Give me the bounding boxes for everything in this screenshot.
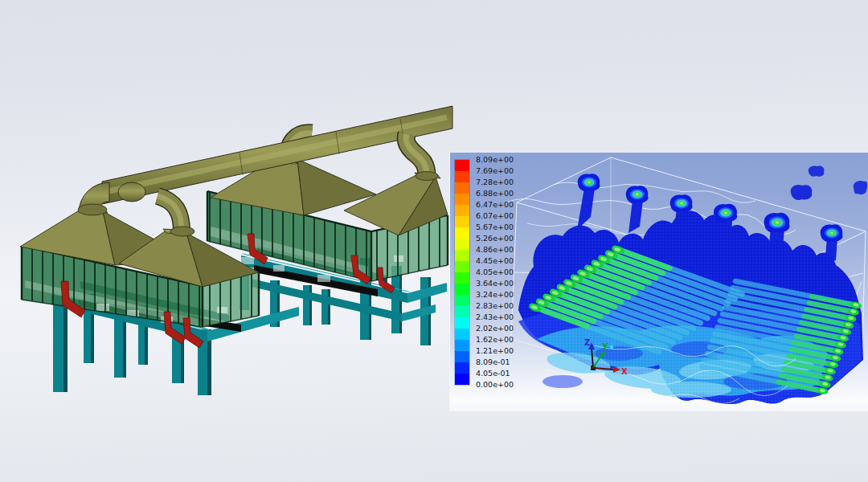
legend-color-segment xyxy=(455,272,469,284)
legend-value-label: 1.21e+00 xyxy=(476,346,514,356)
legend-value-label: 6.88e+00 xyxy=(476,189,514,198)
legend-color-segment xyxy=(455,374,469,385)
legend-value-label: 6.07e+00 xyxy=(476,211,514,221)
legend-value-label: 2.43e+00 xyxy=(476,312,514,322)
legend-color-segment xyxy=(455,171,469,182)
legend-color-segment xyxy=(455,205,469,216)
plain-blob xyxy=(791,185,813,200)
legend-value-label: 1.62e+00 xyxy=(476,335,514,345)
legend-color-segment xyxy=(455,227,469,239)
axis-z-label: Z xyxy=(584,338,590,347)
legend-value-label: 8.09e-01 xyxy=(476,357,510,367)
legend-color-segment xyxy=(455,261,469,272)
legend-value-label: 4.05e+00 xyxy=(476,268,514,277)
legend-color-segment xyxy=(455,306,469,317)
legend-value-label: 6.47e+00 xyxy=(476,200,514,210)
duct-elbow-left-b xyxy=(158,196,194,236)
plain-blob xyxy=(809,165,825,176)
legend-color-segment xyxy=(455,295,469,306)
legend-value-label: 3.24e+00 xyxy=(476,290,514,300)
duct-junction xyxy=(118,182,145,202)
legend-value-label: 5.67e+00 xyxy=(476,223,514,232)
legend-labels: 8.09e+007.69e+007.28e+006.88e+006.47e+00… xyxy=(476,160,540,391)
cfd-legend: 8.09e+007.69e+007.28e+006.88e+006.47e+00… xyxy=(455,160,543,401)
legend-color-segment xyxy=(455,182,469,194)
legend-value-label: 7.69e+00 xyxy=(476,166,514,176)
axis-x-label: X xyxy=(621,367,628,376)
legend-value-label: 3.64e+00 xyxy=(476,279,514,288)
legend-value-label: 4.86e+00 xyxy=(476,245,514,255)
legend-color-segment xyxy=(455,160,469,171)
legend-color-segment xyxy=(455,351,469,362)
legend-value-label: 0.00e+00 xyxy=(476,380,514,390)
legend-color-segment xyxy=(455,284,469,295)
plain-blob xyxy=(854,181,868,194)
legend-color-segment xyxy=(455,329,469,340)
legend-value-label: 4.45e+00 xyxy=(476,256,514,266)
axis-y-label: Y xyxy=(601,342,608,351)
legend-value-label: 2.02e+00 xyxy=(476,324,514,333)
legend-color-segment xyxy=(455,216,469,227)
axis-y-dot xyxy=(610,345,614,349)
legend-color-segment xyxy=(455,317,469,329)
legend-color-segment xyxy=(455,340,469,351)
legend-colorbar xyxy=(455,160,469,385)
cfd-viewport: Z Y X 8.09e+007.69e+007.28e+006.88e+006.… xyxy=(450,153,868,411)
legend-value-label: 8.09e+00 xyxy=(476,155,514,165)
legend-color-segment xyxy=(455,239,469,250)
legend-color-segment xyxy=(455,250,469,261)
legend-value-label: 2.83e+00 xyxy=(476,301,514,311)
composite-figure: Z Y X 8.09e+007.69e+007.28e+006.88e+006.… xyxy=(0,0,868,482)
legend-value-label: 7.28e+00 xyxy=(476,178,514,187)
duct-elbow-left-a xyxy=(78,182,109,215)
legend-value-label: 4.05e-01 xyxy=(476,369,510,378)
legend-value-label: 5.26e+00 xyxy=(476,234,514,243)
duct-elbow-right-b xyxy=(406,134,438,181)
legend-color-segment xyxy=(455,362,469,374)
legend-color-segment xyxy=(455,194,469,205)
